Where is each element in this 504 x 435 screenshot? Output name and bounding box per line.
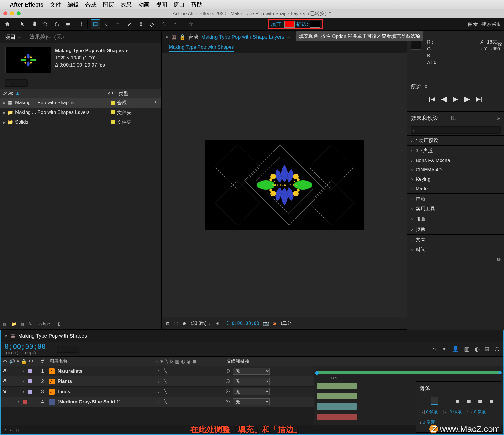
effect-category[interactable]: * 动画预设 (407, 135, 504, 145)
tab-libraries[interactable]: 库 (450, 114, 456, 122)
visibility-toggle[interactable]: 👁 (3, 389, 8, 395)
layer-switch[interactable]: ⬨ (157, 368, 160, 374)
video-column-icon[interactable]: 👁 (3, 359, 7, 364)
effect-category[interactable]: 3D 声道 (407, 145, 504, 156)
menu-file[interactable]: 文件 (50, 1, 61, 9)
playhead[interactable] (317, 375, 317, 435)
twirl-icon[interactable]: › (22, 368, 26, 374)
home-button[interactable] (2, 19, 12, 29)
pickwhip-icon[interactable]: ☉ (226, 399, 230, 405)
breadcrumb-comp[interactable]: Making Type Pop with Shapes (169, 44, 234, 52)
comp-tab-name[interactable]: Making Type Pop with Shape Layers (201, 34, 284, 40)
visibility-toggle[interactable]: 👁 (3, 368, 8, 374)
toggle-switches-icon[interactable]: ⟐ (4, 427, 7, 432)
visibility-toggle[interactable]: 👁 (3, 379, 8, 384)
resolution-dropdown[interactable]: (二分 (281, 320, 291, 326)
camera-tool[interactable] (63, 19, 73, 29)
switch-3d-icon[interactable]: ⬢ (192, 359, 196, 364)
switch-motionblur-icon[interactable]: ◐ (181, 359, 185, 364)
parent-dropdown[interactable]: 无 (233, 368, 270, 375)
mask-icon[interactable]: ☻ (182, 321, 187, 326)
col-number-header[interactable]: # (38, 359, 47, 364)
puppet-pin-tool[interactable] (170, 19, 180, 29)
layer-switch[interactable]: ⬨ (157, 378, 160, 384)
toggle-brackets-icon[interactable]: {} (16, 427, 19, 432)
color-channels-icon[interactable]: ◉ (273, 321, 277, 326)
region-icon[interactable]: ⛶ (223, 321, 228, 326)
hand-tool[interactable] (29, 19, 39, 29)
layer-name[interactable]: [Medium Gray-Blue Solid 1] (56, 399, 154, 405)
menu-view[interactable]: 视图 (156, 1, 167, 9)
effect-category[interactable]: CINEMA 4D (407, 165, 504, 175)
flowchart-icon[interactable]: ⅄ (151, 100, 160, 106)
tab-effects-presets[interactable]: 效果和预设 (411, 114, 445, 122)
justify-center-button[interactable]: ≣ (465, 397, 472, 405)
layer-color-tag[interactable] (28, 390, 32, 394)
layer-name[interactable]: Lines (56, 389, 154, 395)
timeline-layer-row[interactable]: 👁› 3 Ai Lines ⬨╲ ☉无 (1, 387, 314, 397)
switch-quality-icon[interactable]: ╲ (165, 359, 168, 364)
justify-left-button[interactable]: ≣ (454, 397, 461, 405)
current-time-display[interactable]: 0;00;00;00 (232, 321, 259, 326)
close-window-button[interactable] (3, 11, 7, 15)
justify-right-button[interactable]: ≣ (476, 397, 484, 405)
layer-duration-bar[interactable] (317, 393, 357, 399)
comp-flowchart-icon[interactable]: ⤳ (432, 346, 437, 352)
label-swatch[interactable] (111, 120, 115, 124)
menu-effect[interactable]: 效果 (120, 1, 132, 9)
layer-name[interactable]: Plants (56, 379, 154, 384)
fill-label[interactable]: 填充: (271, 21, 283, 28)
layer-switch[interactable]: ╲ (164, 399, 167, 405)
orbit-tool[interactable] (52, 19, 62, 29)
panel-menu-icon[interactable] (433, 386, 438, 392)
marker-icon[interactable]: ⬡ (495, 346, 499, 352)
minimize-window-button[interactable] (10, 11, 14, 15)
close-tab-icon[interactable]: × (165, 34, 169, 40)
app-name[interactable]: After Effects (10, 1, 44, 8)
project-item-comp[interactable]: ▸ ▦ Making ... Pop with Shapes 合成 ⅄ (0, 98, 161, 108)
panel-menu-icon[interactable] (18, 34, 23, 40)
twirl-icon[interactable]: ▸ (2, 119, 7, 125)
label-swatch[interactable] (111, 101, 115, 105)
lock-column-icon[interactable]: 🔒 (21, 359, 27, 364)
rectangle-tool[interactable] (91, 19, 100, 29)
close-tab-icon[interactable]: × (5, 333, 8, 339)
twirl-icon[interactable]: › (22, 379, 26, 384)
timeline-ruler[interactable]: 1:00s (314, 366, 503, 381)
composition-thumbnail[interactable] (5, 47, 51, 73)
delete-icon[interactable]: 🗑 (57, 321, 61, 326)
toggle-modes-icon[interactable]: ⎌ (10, 427, 13, 432)
graph-editor-icon[interactable]: ⊞ (485, 346, 489, 352)
layer-switch[interactable]: ╲ (164, 368, 167, 374)
col-layer-name-header[interactable]: 图层名称 (47, 358, 155, 364)
menu-help[interactable]: 帮助 (191, 1, 202, 9)
fill-color-swatch[interactable] (284, 21, 295, 28)
twirl-icon[interactable]: › (18, 399, 22, 405)
bpc-button[interactable]: 8 bpc (36, 321, 53, 327)
search-help-field[interactable]: 搜索帮助 (481, 21, 502, 28)
effect-category[interactable]: 文本 (407, 234, 504, 245)
indent-first-value[interactable]: 0 像素 (474, 409, 486, 415)
timeline-layer-row[interactable]: › 4 [Medium Gray-Blue Solid 1] ⬨╲ ☉无 (1, 397, 314, 407)
toggle-transparency-icon[interactable]: ⬚ (174, 321, 178, 326)
pan-behind-tool[interactable] (75, 19, 85, 29)
project-item-folder[interactable]: ▸ 📁 Solids 文件夹 (0, 117, 161, 127)
project-search-input[interactable]: ⌕ (5, 79, 28, 87)
last-frame-button[interactable]: ▶| (476, 95, 482, 103)
composition-canvas[interactable]: NATURALISTS (205, 140, 364, 230)
panel-menu-icon[interactable] (424, 83, 429, 90)
interpret-footage-icon[interactable]: ▥ (3, 321, 7, 327)
zoom-dropdown[interactable]: (33.3%) ⌄ (191, 321, 212, 326)
parent-dropdown[interactable]: 无 (233, 398, 270, 405)
align-right-button[interactable]: ≡ (442, 397, 450, 405)
parent-dropdown[interactable]: 无 (233, 378, 270, 385)
eraser-tool[interactable] (147, 19, 157, 29)
align-center-button[interactable]: ≡ (431, 397, 438, 405)
indent-right-value[interactable]: 0 像素 (450, 409, 462, 415)
snapshot-icon[interactable]: 📷 (263, 321, 269, 326)
menu-composition[interactable]: 合成 (85, 1, 97, 9)
layer-name[interactable]: Naturalists (56, 368, 154, 374)
effect-category[interactable]: 实用工具 (407, 204, 504, 214)
tab-project[interactable]: 项目 (5, 33, 23, 41)
layer-switch[interactable]: ⬨ (157, 389, 160, 395)
